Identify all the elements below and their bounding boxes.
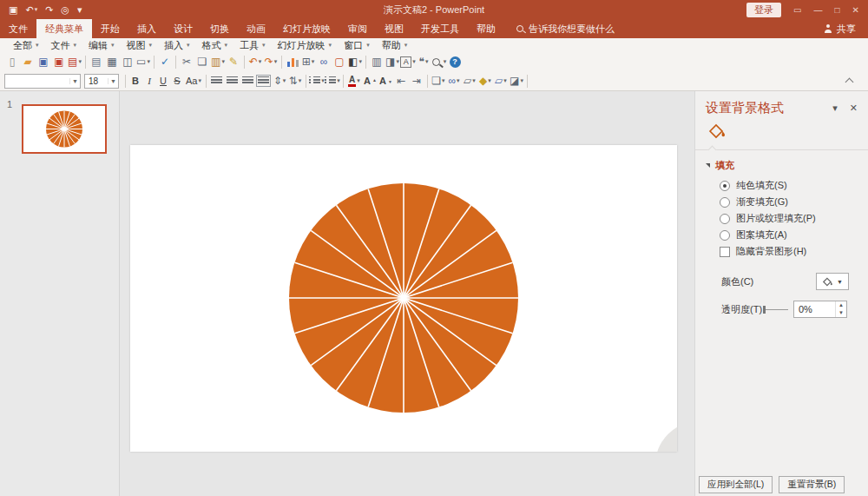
login-button[interactable]: 登录 <box>746 3 781 17</box>
menu-help[interactable]: 帮助▾ <box>376 39 414 52</box>
save-button[interactable]: ▣ <box>36 54 51 69</box>
insert-comment-button[interactable]: ❝▾ <box>416 54 431 69</box>
edit-shape-button[interactable]: ▱▾ <box>462 73 477 89</box>
fill-section-header[interactable]: 填充 <box>706 159 868 172</box>
increase-indent-button[interactable]: ⇥ <box>409 73 424 89</box>
insert-textbox-button[interactable]: A▾ <box>400 54 416 69</box>
spin-down-icon[interactable]: ▼ <box>836 309 846 317</box>
hide-background-graphics-option[interactable]: 隐藏背景图形(H) <box>720 246 868 257</box>
fill-tab[interactable] <box>707 123 868 142</box>
spin-up-icon[interactable]: ▲ <box>836 301 846 309</box>
line-spacing-button[interactable]: ⇕▾ <box>272 73 287 89</box>
tab-developer[interactable]: 开发工具 <box>412 19 468 38</box>
new-slide-button[interactable]: ▢ <box>332 54 347 69</box>
change-case-button[interactable]: Aa▾ <box>184 76 203 86</box>
radio-icon[interactable] <box>720 197 730 208</box>
undo-button[interactable]: ↶▾ <box>25 4 37 16</box>
spell-check-button[interactable]: ✓ <box>157 54 173 69</box>
menu-edit[interactable]: 编辑▾ <box>82 39 121 52</box>
tab-transitions[interactable]: 切换 <box>201 19 238 38</box>
shape-effects-button[interactable]: ◪▾ <box>509 73 524 89</box>
save-button[interactable]: ▣ <box>9 4 17 16</box>
pattern-fill-option[interactable]: 图案填充(A) <box>720 229 868 241</box>
radio-icon[interactable] <box>720 230 730 241</box>
slide-editing-surface[interactable] <box>130 145 677 452</box>
numbered-list-button[interactable]: ▾ <box>309 73 325 89</box>
align-right-button[interactable] <box>240 73 256 89</box>
maximize-button[interactable]: □ <box>835 5 840 15</box>
tell-me-search[interactable]: 告诉我你想要做什么 <box>516 19 615 38</box>
menu-slide-show[interactable]: 幻灯片放映▾ <box>272 39 339 52</box>
format-painter-button[interactable]: ✎ <box>226 54 241 69</box>
pane-menu-chevron-icon[interactable]: ▾ <box>832 103 838 114</box>
redo-button[interactable]: ↷ <box>45 4 53 16</box>
menu-tools[interactable]: 工具▾ <box>233 39 272 52</box>
menu-all[interactable]: 全部▾ <box>7 39 45 52</box>
underline-button[interactable]: U <box>156 76 170 86</box>
menu-file[interactable]: 文件▾ <box>45 39 83 52</box>
print-preview-button[interactable]: ◫ <box>120 54 135 69</box>
close-button[interactable]: ✕ <box>852 5 859 15</box>
tab-slide-show[interactable]: 幻灯片放映 <box>274 19 339 38</box>
tab-design[interactable]: 设计 <box>165 19 201 38</box>
pane-close-icon[interactable]: ✕ <box>850 103 858 114</box>
tab-view[interactable]: 视图 <box>376 19 412 38</box>
minimize-button[interactable]: — <box>814 5 823 15</box>
menu-window[interactable]: 窗口▾ <box>338 39 376 52</box>
decrease-indent-button[interactable]: ⇤ <box>393 73 409 89</box>
tab-help[interactable]: 帮助 <box>468 19 504 38</box>
cut-button[interactable]: ✂ <box>179 54 194 69</box>
strikethrough-button[interactable]: S <box>170 76 184 86</box>
save-as-button[interactable]: ▣ <box>51 54 67 69</box>
redo-button[interactable]: ↷▾ <box>263 54 279 69</box>
group-objects-button[interactable]: ∞▾ <box>446 73 462 89</box>
menu-view[interactable]: 视图▾ <box>121 39 159 52</box>
font-color-button[interactable]: A▾ <box>346 73 362 89</box>
paste-button[interactable]: ▥▾ <box>210 54 226 69</box>
checkbox-icon[interactable] <box>720 247 730 257</box>
increase-font-size-button[interactable]: A <box>362 73 378 89</box>
shape-fill-button[interactable]: ◆▾ <box>477 73 493 89</box>
slide-design-button[interactable]: ▥ <box>369 54 385 69</box>
tab-home[interactable]: 开始 <box>92 19 128 38</box>
italic-button[interactable]: I <box>142 76 156 86</box>
copy-page-button[interactable]: ▤ <box>89 54 104 69</box>
open-folder-button[interactable]: ▰ <box>20 54 36 69</box>
duplicate-object-button[interactable]: ❏▾ <box>431 73 446 89</box>
bold-button[interactable]: B <box>128 76 142 86</box>
gradient-fill-option[interactable]: 渐变填充(G) <box>720 196 868 208</box>
slide-1-thumbnail[interactable] <box>22 104 107 154</box>
align-left-button[interactable] <box>209 73 225 89</box>
text-direction-button[interactable]: ⇅▾ <box>287 73 303 89</box>
justify-button[interactable] <box>256 73 272 89</box>
help-button[interactable]: ? <box>447 54 463 69</box>
radio-icon[interactable] <box>720 181 730 191</box>
menu-format[interactable]: 格式▾ <box>196 39 234 52</box>
print-button[interactable]: ▦ <box>104 54 120 69</box>
insert-table-button[interactable]: ⊞▾ <box>300 54 316 69</box>
menu-insert[interactable]: 插入▾ <box>158 39 196 52</box>
undo-button[interactable]: ↶▾ <box>247 54 263 69</box>
align-center-button[interactable] <box>225 73 240 89</box>
page-setup-button[interactable]: ▭▾ <box>135 54 151 69</box>
reset-background-button[interactable]: 重置背景(B) <box>779 476 845 493</box>
tab-classic-menu[interactable]: 经典菜单 <box>36 19 92 38</box>
decrease-font-size-button[interactable]: A <box>378 73 393 89</box>
tab-insert[interactable]: 插入 <box>128 19 165 38</box>
share-button[interactable]: 共享 <box>824 19 868 38</box>
radio-icon[interactable] <box>720 214 730 224</box>
tab-review[interactable]: 审阅 <box>339 19 376 38</box>
picture-or-texture-fill-option[interactable]: 图片或纹理填充(P) <box>720 213 868 224</box>
copy-button[interactable]: ❏ <box>194 54 210 69</box>
tab-file[interactable]: 文件 <box>0 19 36 38</box>
insert-hyperlink-button[interactable]: ∞ <box>316 54 332 69</box>
ribbon-display-options-button[interactable]: ▭ <box>793 5 801 15</box>
customize-quick-access-button[interactable]: ▾ <box>77 4 82 16</box>
solid-fill-option[interactable]: 纯色填充(S) <box>720 180 868 191</box>
zoom-button[interactable]: ▾ <box>431 54 447 69</box>
bulleted-list-button[interactable]: ▾ <box>325 73 340 89</box>
tab-animations[interactable]: 动画 <box>238 19 274 38</box>
slide-layout-button[interactable]: ◧▾ <box>347 54 363 69</box>
transparency-slider[interactable] <box>763 306 788 314</box>
insert-chart-button[interactable] <box>285 54 300 69</box>
